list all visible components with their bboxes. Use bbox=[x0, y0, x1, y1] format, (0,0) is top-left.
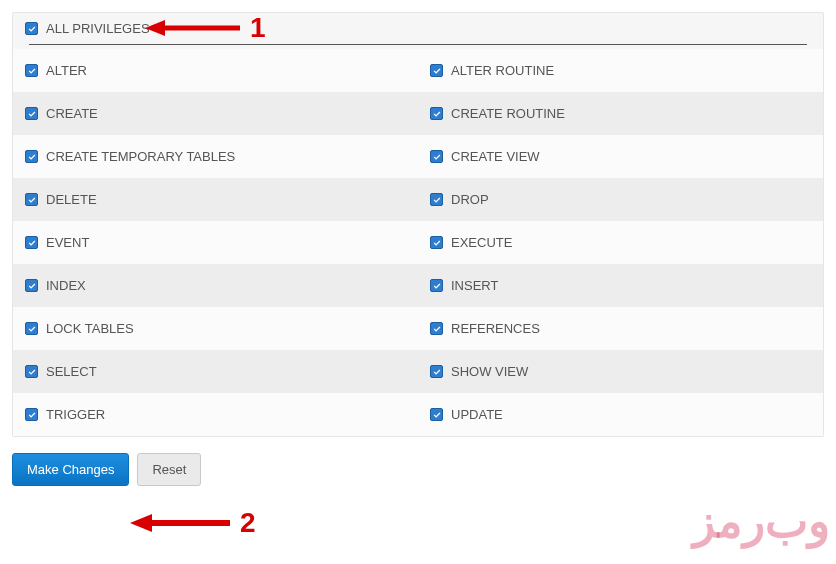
check-icon bbox=[27, 109, 37, 119]
check-icon bbox=[27, 238, 37, 248]
privilege-cell: SELECT bbox=[13, 350, 418, 393]
privilege-label[interactable]: ALTER bbox=[46, 63, 87, 78]
check-icon bbox=[432, 109, 442, 119]
check-icon bbox=[432, 195, 442, 205]
annotation-2: 2 bbox=[130, 507, 256, 539]
privilege-checkbox[interactable] bbox=[430, 279, 443, 292]
privileges-panel: ALL PRIVILEGES ALTERALTER ROUTINECREATEC… bbox=[12, 12, 824, 437]
all-privileges-label[interactable]: ALL PRIVILEGES bbox=[46, 21, 150, 36]
privilege-cell: INSERT bbox=[418, 264, 823, 307]
privilege-cell: CREATE bbox=[13, 92, 418, 135]
privilege-cell: CREATE VIEW bbox=[418, 135, 823, 178]
privilege-checkbox[interactable] bbox=[25, 107, 38, 120]
check-icon bbox=[432, 66, 442, 76]
privilege-cell: DROP bbox=[418, 178, 823, 221]
annotation-2-number: 2 bbox=[240, 507, 256, 539]
privilege-checkbox[interactable] bbox=[25, 150, 38, 163]
all-privileges-row: ALL PRIVILEGES bbox=[13, 13, 823, 44]
privilege-cell: CREATE ROUTINE bbox=[418, 92, 823, 135]
privilege-label[interactable]: UPDATE bbox=[451, 407, 503, 422]
actions-row: Make Changes Reset bbox=[12, 453, 824, 486]
privilege-label[interactable]: SHOW VIEW bbox=[451, 364, 528, 379]
privilege-checkbox[interactable] bbox=[430, 150, 443, 163]
privilege-cell: CREATE TEMPORARY TABLES bbox=[13, 135, 418, 178]
privilege-label[interactable]: CREATE VIEW bbox=[451, 149, 540, 164]
privilege-checkbox[interactable] bbox=[430, 107, 443, 120]
privilege-label[interactable]: INSERT bbox=[451, 278, 498, 293]
check-icon bbox=[27, 324, 37, 334]
check-icon bbox=[432, 152, 442, 162]
privilege-label[interactable]: REFERENCES bbox=[451, 321, 540, 336]
privilege-label[interactable]: INDEX bbox=[46, 278, 86, 293]
check-icon bbox=[27, 195, 37, 205]
privilege-cell: INDEX bbox=[13, 264, 418, 307]
watermark-text: وب‌رمز bbox=[693, 494, 830, 548]
check-icon bbox=[27, 66, 37, 76]
reset-button[interactable]: Reset bbox=[137, 453, 201, 486]
privilege-checkbox[interactable] bbox=[430, 365, 443, 378]
privilege-cell: UPDATE bbox=[418, 393, 823, 436]
checkbox-all-privileges[interactable] bbox=[25, 22, 38, 35]
privilege-checkbox[interactable] bbox=[25, 236, 38, 249]
privilege-label[interactable]: ALTER ROUTINE bbox=[451, 63, 554, 78]
privilege-cell: TRIGGER bbox=[13, 393, 418, 436]
check-icon bbox=[432, 238, 442, 248]
privilege-label[interactable]: EVENT bbox=[46, 235, 89, 250]
privilege-checkbox[interactable] bbox=[430, 236, 443, 249]
check-icon bbox=[432, 281, 442, 291]
check-icon bbox=[432, 324, 442, 334]
privilege-checkbox[interactable] bbox=[25, 279, 38, 292]
check-icon bbox=[432, 410, 442, 420]
privilege-checkbox[interactable] bbox=[430, 64, 443, 77]
privilege-label[interactable]: SELECT bbox=[46, 364, 97, 379]
privilege-cell: ALTER ROUTINE bbox=[418, 49, 823, 92]
privilege-cell: REFERENCES bbox=[418, 307, 823, 350]
privilege-cell: DELETE bbox=[13, 178, 418, 221]
privilege-label[interactable]: EXECUTE bbox=[451, 235, 512, 250]
privilege-label[interactable]: LOCK TABLES bbox=[46, 321, 134, 336]
privilege-cell: SHOW VIEW bbox=[418, 350, 823, 393]
arrow-icon bbox=[130, 512, 230, 534]
privilege-cell: EVENT bbox=[13, 221, 418, 264]
divider bbox=[29, 44, 807, 45]
svg-marker-3 bbox=[130, 514, 152, 532]
privilege-label[interactable]: DROP bbox=[451, 192, 489, 207]
privilege-label[interactable]: CREATE bbox=[46, 106, 98, 121]
check-icon bbox=[27, 410, 37, 420]
privilege-checkbox[interactable] bbox=[25, 365, 38, 378]
check-icon bbox=[27, 24, 37, 34]
privilege-cell: EXECUTE bbox=[418, 221, 823, 264]
privilege-checkbox[interactable] bbox=[25, 322, 38, 335]
privileges-grid: ALTERALTER ROUTINECREATECREATE ROUTINECR… bbox=[13, 49, 823, 436]
privilege-label[interactable]: DELETE bbox=[46, 192, 97, 207]
privilege-label[interactable]: CREATE TEMPORARY TABLES bbox=[46, 149, 235, 164]
make-changes-button[interactable]: Make Changes bbox=[12, 453, 129, 486]
privilege-label[interactable]: CREATE ROUTINE bbox=[451, 106, 565, 121]
check-icon bbox=[432, 367, 442, 377]
check-icon bbox=[27, 152, 37, 162]
check-icon bbox=[27, 281, 37, 291]
check-icon bbox=[27, 367, 37, 377]
privilege-checkbox[interactable] bbox=[25, 193, 38, 206]
privilege-checkbox[interactable] bbox=[25, 408, 38, 421]
privilege-checkbox[interactable] bbox=[430, 322, 443, 335]
privilege-checkbox[interactable] bbox=[25, 64, 38, 77]
privilege-cell: ALTER bbox=[13, 49, 418, 92]
privilege-cell: LOCK TABLES bbox=[13, 307, 418, 350]
privilege-label[interactable]: TRIGGER bbox=[46, 407, 105, 422]
privilege-checkbox[interactable] bbox=[430, 408, 443, 421]
privilege-checkbox[interactable] bbox=[430, 193, 443, 206]
